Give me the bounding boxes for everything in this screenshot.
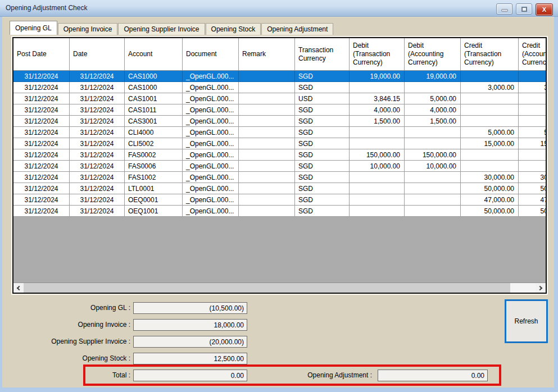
table-cell: _OpenGL.000... bbox=[183, 138, 239, 149]
column-header[interactable]: Debit (Transaction Currency) bbox=[350, 38, 405, 71]
table-row[interactable]: 31/12/202431/12/2024FAS0002_OpenGL.000..… bbox=[13, 149, 547, 161]
table-cell: SGD bbox=[295, 138, 350, 149]
table-cell: SGD bbox=[295, 127, 350, 138]
opening-stock-value[interactable] bbox=[133, 353, 247, 364]
column-header[interactable]: Document bbox=[183, 38, 239, 71]
table-cell: 31/12/2024 bbox=[13, 93, 70, 104]
table-cell: CAS3001 bbox=[125, 116, 183, 127]
refresh-button[interactable]: Refresh bbox=[505, 299, 548, 343]
table-cell: SGD bbox=[295, 149, 350, 161]
column-header[interactable]: Credit (Accounting Currency) bbox=[519, 38, 547, 71]
close-button[interactable]: X bbox=[536, 3, 553, 16]
table-cell: 150,000.00 bbox=[405, 149, 461, 161]
table-cell: 31/12/2024 bbox=[70, 161, 125, 172]
table-row[interactable]: 31/12/202431/12/2024OEQ0001_OpenGL.000..… bbox=[13, 194, 547, 206]
table-cell: _OpenGL.000... bbox=[183, 161, 239, 172]
table-cell: _OpenGL.000... bbox=[183, 93, 239, 104]
column-header[interactable]: Remark bbox=[239, 38, 295, 71]
table-row[interactable]: 31/12/202431/12/2024CAS1011_OpenGL.000..… bbox=[13, 104, 547, 116]
horizontal-scrollbar[interactable] bbox=[13, 282, 546, 293]
table-cell bbox=[350, 206, 405, 217]
table-cell: _OpenGL.000... bbox=[183, 82, 239, 93]
table-cell: 5,000.00 bbox=[405, 93, 461, 104]
tab-opening-invoice[interactable]: Opening Invoice bbox=[58, 23, 118, 35]
table-cell: 50,000.00 bbox=[519, 183, 547, 194]
opening-gl-grid: Post DateDateAccountDocumentRemarkTransa… bbox=[12, 37, 547, 294]
table-cell bbox=[239, 93, 295, 104]
table-cell: _OpenGL.000... bbox=[183, 172, 239, 183]
table-cell: 19,000.00 bbox=[350, 71, 405, 82]
table-cell bbox=[405, 172, 461, 183]
table-cell: _OpenGL.000... bbox=[183, 116, 239, 127]
tab-opening-supplier-invoice[interactable]: Opening Supplier Invoice bbox=[118, 23, 205, 35]
maximize-button[interactable] bbox=[516, 3, 532, 15]
close-icon: X bbox=[542, 6, 546, 13]
table-cell bbox=[239, 161, 295, 172]
table-cell: 10,000.00 bbox=[405, 161, 461, 172]
opening-gl-value[interactable] bbox=[133, 302, 247, 314]
table-cell: 31/12/2024 bbox=[13, 194, 70, 206]
column-header[interactable]: Post Date bbox=[13, 38, 70, 71]
table-cell: 1,500.00 bbox=[350, 116, 405, 127]
table-cell: 19,000.00 bbox=[405, 71, 461, 82]
tab-strip: Opening GLOpening InvoiceOpening Supplie… bbox=[10, 21, 334, 35]
table-cell: 31/12/2024 bbox=[70, 127, 125, 138]
column-header[interactable]: Debit (Accounting Currency) bbox=[405, 38, 461, 71]
table-cell bbox=[239, 116, 295, 127]
column-header[interactable]: Date bbox=[70, 38, 125, 71]
table-row[interactable]: 31/12/202431/12/2024FAS0006_OpenGL.000..… bbox=[13, 161, 547, 172]
table-cell: _OpenGL.000... bbox=[183, 183, 239, 194]
column-header[interactable]: Credit (Transaction Currency) bbox=[461, 38, 519, 71]
table-row[interactable]: 31/12/202431/12/2024CLI4000_OpenGL.000..… bbox=[13, 127, 547, 138]
table-cell: 31/12/2024 bbox=[13, 161, 70, 172]
table-cell bbox=[405, 194, 461, 206]
table-cell bbox=[239, 149, 295, 161]
table-cell bbox=[519, 93, 547, 104]
table-row[interactable]: 31/12/202431/12/2024LTL0001_OpenGL.000..… bbox=[13, 183, 547, 194]
total-value[interactable] bbox=[133, 370, 247, 381]
scroll-left-icon bbox=[17, 285, 21, 290]
scrollbar-thumb[interactable] bbox=[24, 283, 510, 293]
table-cell: 1,500.00 bbox=[405, 116, 461, 127]
table-row[interactable]: 31/12/202431/12/2024FAS1002_OpenGL.000..… bbox=[13, 172, 547, 183]
table-cell: 31/12/2024 bbox=[70, 71, 125, 82]
opening-adjustment-label: Opening Adjustment : bbox=[246, 370, 372, 381]
table-row[interactable]: 31/12/202431/12/2024OEQ1001_OpenGL.000..… bbox=[13, 206, 547, 217]
tab-opening-stock[interactable]: Opening Stock bbox=[206, 23, 261, 35]
table-cell: 31/12/2024 bbox=[70, 194, 125, 206]
table-cell: 31/12/2024 bbox=[70, 149, 125, 161]
table-row[interactable]: 31/12/202431/12/2024CAS3001_OpenGL.000..… bbox=[13, 116, 547, 127]
table-cell: CLI4000 bbox=[125, 127, 183, 138]
table-row[interactable]: 31/12/202431/12/2024CAS1001_OpenGL.000..… bbox=[13, 93, 547, 104]
opening-adjustment-value[interactable] bbox=[378, 370, 488, 381]
column-header[interactable]: Transaction Currency bbox=[295, 38, 350, 71]
minimize-icon bbox=[501, 9, 508, 12]
table-row[interactable]: 31/12/202431/12/2024CLI5002_OpenGL.000..… bbox=[13, 138, 547, 149]
table-cell bbox=[405, 183, 461, 194]
table-cell bbox=[405, 82, 461, 93]
column-header[interactable]: Account bbox=[125, 38, 183, 71]
table-cell: FAS0002 bbox=[125, 149, 183, 161]
opening-invoice-label: Opening Invoice : bbox=[4, 319, 130, 331]
grid-empty-area bbox=[13, 217, 546, 282]
table-cell: CAS1011 bbox=[125, 104, 183, 116]
titlebar[interactable]: Opening Adjustment Check X bbox=[0, 0, 558, 17]
table-cell: _OpenGL.000... bbox=[183, 127, 239, 138]
minimize-button[interactable] bbox=[496, 3, 512, 15]
opening-supplier-invoice-value[interactable] bbox=[133, 336, 247, 348]
table-cell: SGD bbox=[295, 71, 350, 82]
table-row[interactable]: 31/12/202431/12/2024CAS1000_OpenGL.000..… bbox=[13, 71, 547, 82]
table-cell: SGD bbox=[295, 183, 350, 194]
scroll-left-button[interactable] bbox=[13, 283, 24, 293]
scrollbar-track[interactable] bbox=[510, 283, 536, 293]
tab-opening-adjustment[interactable]: Opening Adjustment bbox=[261, 23, 333, 35]
table-cell: 31/12/2024 bbox=[13, 82, 70, 93]
opening-invoice-value[interactable] bbox=[133, 319, 247, 331]
table-cell: 50,000.00 bbox=[519, 206, 547, 217]
scroll-right-button[interactable] bbox=[536, 283, 546, 293]
table-row[interactable]: 31/12/202431/12/2024CAS1000_OpenGL.000..… bbox=[13, 82, 547, 93]
tab-opening-gl[interactable]: Opening GL bbox=[10, 21, 57, 35]
table-cell bbox=[461, 93, 519, 104]
table-cell: CAS1000 bbox=[125, 82, 183, 93]
table-cell: SGD bbox=[295, 161, 350, 172]
